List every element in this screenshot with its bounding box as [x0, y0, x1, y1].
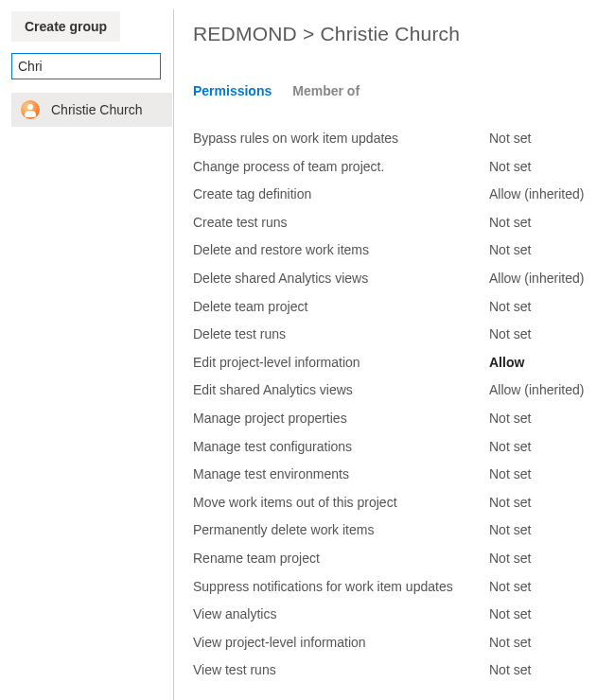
avatar-icon	[21, 100, 40, 119]
permission-value[interactable]: Allow (inherited)	[489, 381, 603, 400]
create-group-button[interactable]: Create group	[11, 11, 120, 42]
permission-value[interactable]: Allow (inherited)	[489, 185, 603, 204]
permission-row: Move work items out of this projectNot s…	[193, 489, 603, 517]
permissions-list: Bypass rules on work item updatesNot set…	[193, 125, 603, 685]
permission-label: View test runs	[193, 661, 489, 680]
permission-value[interactable]: Not set	[489, 410, 603, 429]
permission-value[interactable]: Not set	[489, 158, 603, 177]
permission-row: View project-level informationNot set	[193, 629, 603, 657]
user-item-christie-church[interactable]: Christie Church	[11, 93, 172, 127]
user-list: Christie Church	[11, 93, 173, 127]
permission-value[interactable]: Not set	[489, 578, 603, 597]
permission-row: View test runsNot set	[193, 656, 603, 685]
permission-row: View analyticsNot set	[193, 601, 603, 629]
permission-label: Create tag definition	[193, 185, 489, 204]
permission-label: View analytics	[193, 605, 489, 624]
breadcrumb: REDMOND > Christie Church	[193, 23, 603, 45]
user-name: Christie Church	[51, 102, 142, 117]
tab-permissions[interactable]: Permissions	[193, 83, 272, 102]
permission-row: Edit shared Analytics viewsAllow (inheri…	[193, 376, 603, 405]
permission-label: Delete team project	[193, 298, 489, 317]
permission-label: Delete and restore work items	[193, 241, 489, 260]
tab-member-of[interactable]: Member of	[292, 83, 360, 102]
permission-label: Delete shared Analytics views	[193, 270, 489, 289]
permission-value[interactable]: Not set	[489, 605, 603, 624]
sidebar: Create group Christie Church	[0, 0, 173, 700]
permission-row: Delete and restore work itemsNot set	[193, 236, 603, 265]
permission-label: Bypass rules on work item updates	[193, 130, 489, 149]
main-panel: REDMOND > Christie Church Permissions Me…	[174, 0, 614, 700]
permission-label: Change process of team project.	[193, 158, 489, 177]
permission-row: Delete shared Analytics viewsAllow (inhe…	[193, 265, 603, 293]
permission-row: Create test runsNot set	[193, 209, 603, 237]
permission-value[interactable]: Not set	[489, 465, 603, 484]
permission-value[interactable]: Not set	[489, 325, 603, 344]
permission-value[interactable]: Not set	[489, 438, 603, 457]
permission-row: Rename team projectNot set	[193, 545, 603, 573]
permission-label: Permanently delete work items	[193, 521, 489, 540]
permission-label: Delete test runs	[193, 325, 489, 344]
breadcrumb-root: REDMOND	[193, 23, 297, 44]
permission-row: Suppress notifications for work item upd…	[193, 573, 603, 602]
permission-row: Manage test environmentsNot set	[193, 461, 603, 489]
permission-value[interactable]: Not set	[489, 298, 603, 317]
permission-row: Permanently delete work itemsNot set	[193, 516, 603, 545]
permission-label: Create test runs	[193, 214, 489, 233]
permission-label: Rename team project	[193, 550, 489, 569]
tabs: Permissions Member of	[193, 83, 603, 102]
permission-row: Delete test runsNot set	[193, 321, 603, 349]
permission-value[interactable]: Allow	[489, 354, 603, 373]
permission-label: Suppress notifications for work item upd…	[193, 578, 489, 597]
breadcrumb-separator: >	[303, 23, 314, 44]
permission-row: Manage test configurationsNot set	[193, 433, 603, 462]
permission-value[interactable]: Not set	[489, 521, 603, 540]
permission-row: Manage project propertiesNot set	[193, 405, 603, 433]
permission-value[interactable]: Not set	[489, 214, 603, 233]
permission-value[interactable]: Allow (inherited)	[489, 270, 603, 289]
permission-label: Manage project properties	[193, 410, 489, 429]
permission-label: Edit shared Analytics views	[193, 381, 489, 400]
permission-label: Edit project-level information	[193, 354, 489, 373]
permission-row: Create tag definitionAllow (inherited)	[193, 181, 603, 209]
permission-row: Change process of team project.Not set	[193, 153, 603, 182]
breadcrumb-leaf: Christie Church	[320, 23, 460, 44]
permission-label: View project-level information	[193, 634, 489, 653]
permission-value[interactable]: Not set	[489, 550, 603, 569]
permission-label: Manage test environments	[193, 465, 489, 484]
permission-value[interactable]: Not set	[489, 130, 603, 149]
permission-value[interactable]: Not set	[489, 661, 603, 680]
permission-label: Move work items out of this project	[193, 494, 489, 513]
permission-value[interactable]: Not set	[489, 241, 603, 260]
permission-value[interactable]: Not set	[489, 634, 603, 653]
search-input[interactable]	[11, 53, 161, 79]
permission-row: Delete team projectNot set	[193, 293, 603, 322]
permission-row: Edit project-level informationAllow	[193, 349, 603, 377]
permission-value[interactable]: Not set	[489, 494, 603, 513]
permission-label: Manage test configurations	[193, 438, 489, 457]
permission-row: Bypass rules on work item updatesNot set	[193, 125, 603, 153]
